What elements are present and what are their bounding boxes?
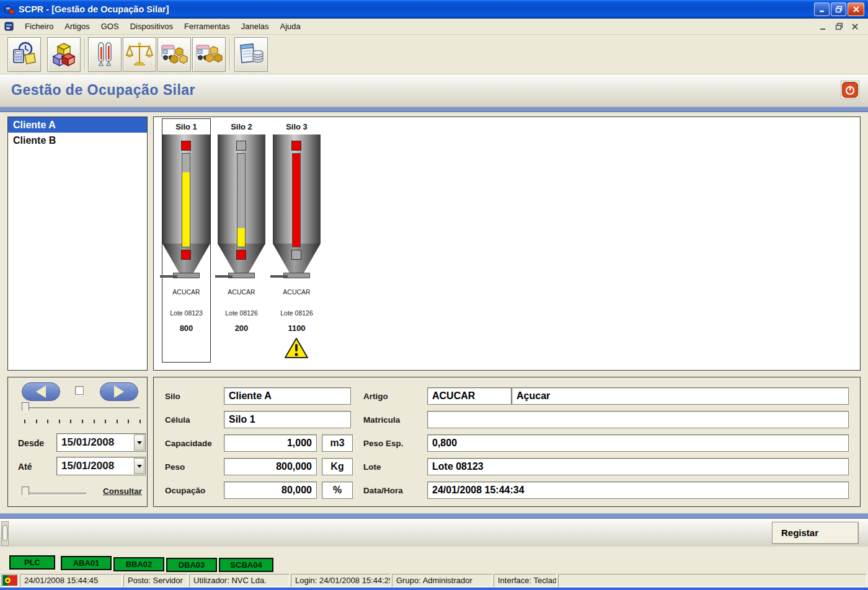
silo-weight-value: 800: [159, 324, 214, 333]
menu-item-ajuda[interactable]: Ajuda: [275, 20, 306, 33]
toolbar-button-weighing[interactable]: [123, 37, 156, 72]
peso-field-label: Peso: [165, 462, 185, 472]
silo-level-bar: [292, 153, 301, 247]
peso-field[interactable]: [224, 458, 317, 475]
menu-bar: FicheiroArtigosGOSDispositivosFerramenta…: [0, 19, 868, 35]
silo-column-3[interactable]: Silo 3ACUCARLote 081261100: [269, 118, 324, 365]
close-button[interactable]: [848, 2, 864, 16]
toolbar-button-reception[interactable]: [157, 37, 191, 72]
capacidade-field[interactable]: [224, 434, 317, 452]
silo-lote-label: Lote 08123: [159, 309, 214, 317]
power-button[interactable]: [841, 81, 859, 99]
restore-button[interactable]: [831, 2, 846, 16]
toolbar-button-records[interactable]: [234, 37, 268, 72]
dropdown-arrow-icon[interactable]: [134, 458, 144, 474]
tick-mark: [94, 420, 95, 423]
silo-article-label: ACUCAR: [214, 288, 269, 296]
mdi-window-controls: [817, 22, 861, 32]
dropdown-arrow-icon[interactable]: [134, 434, 144, 451]
tick-mark: [128, 420, 129, 423]
data-hora-field[interactable]: [427, 482, 849, 499]
device-badge-plc[interactable]: PLC: [9, 555, 55, 570]
mdi-close-button[interactable]: [849, 22, 861, 32]
zoom-slider-track[interactable]: [22, 493, 86, 495]
close-icon: [851, 23, 859, 30]
desde-date-value: 15/01/2008: [57, 436, 133, 449]
status-cell-login: Login: 24/01/2008 15:44:25: [291, 574, 391, 587]
status-cell-datetime: 24/01/2008 15:44:45: [20, 574, 122, 587]
menu-item-ferramentas[interactable]: Ferramentas: [179, 20, 236, 33]
peso-esp-field[interactable]: [427, 434, 849, 452]
silo-column-2[interactable]: Silo 2ACUCARLote 08126200: [214, 118, 269, 365]
silo-bottom-indicator: [291, 250, 301, 260]
desde-date-dropdown[interactable]: 15/01/2008: [56, 433, 146, 452]
silo-article-label: ACUCAR: [159, 288, 214, 296]
navigation-panel: Desde 15/01/2008 Até 15/01/2008 Consulta…: [7, 377, 148, 507]
position-slider-thumb[interactable]: [22, 402, 29, 415]
consultar-link[interactable]: Consultar: [103, 487, 142, 496]
thermometers-icon: [91, 41, 118, 68]
toolbar-button-schedule[interactable]: [7, 37, 41, 72]
window-controls: [814, 2, 864, 16]
silo-level-bar: [182, 153, 190, 247]
menu-item-gos[interactable]: GOS: [95, 20, 125, 33]
minimize-icon: [819, 23, 826, 30]
lote-field[interactable]: [427, 458, 849, 475]
mdi-restore-button[interactable]: [833, 22, 844, 32]
capacidade-field-label: Capacidade: [165, 439, 212, 448]
silo-level-bar: [237, 153, 246, 247]
previous-button[interactable]: [22, 382, 60, 401]
artigo-code-field[interactable]: [427, 387, 512, 405]
menu-item-dispositivos[interactable]: Dispositivos: [125, 20, 179, 33]
device-badge-aba01[interactable]: ABA01: [61, 556, 112, 570]
arrow-right-icon: [114, 385, 124, 398]
portugal-flag-icon: [2, 575, 17, 586]
ate-date-dropdown[interactable]: 15/01/2008: [56, 457, 146, 475]
page-title: Gestão de Ocupação Silar: [11, 82, 195, 99]
silo-name: Silo 1: [159, 122, 214, 131]
silo-top-indicator: [181, 141, 191, 151]
menu-item-janelas[interactable]: Janelas: [236, 20, 275, 33]
ocupacao-field-label: Ocupação: [165, 486, 205, 495]
silo-bottom-indicator: [181, 250, 191, 260]
artigo-desc-field[interactable]: [512, 387, 849, 405]
celula-field[interactable]: [224, 411, 351, 428]
silo-panel: Silo 1ACUCARLote 08123800Silo 2ACUCARLot…: [153, 117, 861, 371]
status-cell-posto: Posto: Servidor: [123, 574, 188, 587]
menu-item-ficheiro[interactable]: Ficheiro: [19, 20, 59, 33]
device-badge-dba03[interactable]: DBA03: [166, 558, 217, 572]
peso-esp-field-label: Peso Esp.: [363, 439, 404, 448]
registar-button[interactable]: Registar: [772, 522, 859, 544]
device-badge-bba02[interactable]: BBA02: [113, 557, 164, 571]
ate-date-value: 15/01/2008: [57, 460, 133, 472]
matricula-field-label: Matricula: [363, 415, 400, 425]
scrollbar-thumb[interactable]: [2, 525, 7, 541]
device-badge-scba04[interactable]: SCBA04: [219, 558, 273, 572]
vertical-scrollbar[interactable]: [1, 521, 9, 546]
data-hora-field-label: Data/Hora: [363, 486, 403, 495]
silo-column-1[interactable]: Silo 1ACUCARLote 08123800: [159, 118, 214, 365]
silo-top-indicator: [236, 141, 246, 151]
artigo-field-label: Artigo: [363, 392, 388, 401]
language-flag-cell: [1, 574, 19, 587]
silo-bottom-indicator: [236, 250, 246, 260]
toolbar-button-articles[interactable]: [47, 37, 81, 72]
matricula-field[interactable]: [427, 411, 849, 428]
ocupacao-field[interactable]: [224, 482, 317, 499]
mdi-minimize-button[interactable]: [817, 22, 828, 32]
menu-item-artigos[interactable]: Artigos: [59, 20, 95, 33]
client-list-panel: Cliente ACliente B: [7, 117, 148, 371]
client-list-item-1[interactable]: Cliente A: [8, 117, 147, 133]
nav-checkbox[interactable]: [75, 386, 84, 395]
toolbar-button-expedition[interactable]: [192, 37, 226, 72]
zoom-slider-thumb[interactable]: [22, 487, 29, 499]
window-bottom-edge: [0, 588, 868, 590]
toolbar-button-temperature[interactable]: [88, 37, 122, 72]
minimize-button[interactable]: [814, 2, 830, 16]
silo-field[interactable]: [224, 387, 351, 405]
next-button[interactable]: [100, 382, 138, 401]
status-bar: 24/01/2008 15:44:45Posto: ServidorUtiliz…: [0, 573, 868, 588]
warning-icon: [283, 337, 309, 360]
client-list-item-2[interactable]: Cliente B: [8, 133, 147, 148]
position-slider-track[interactable]: [22, 407, 140, 410]
